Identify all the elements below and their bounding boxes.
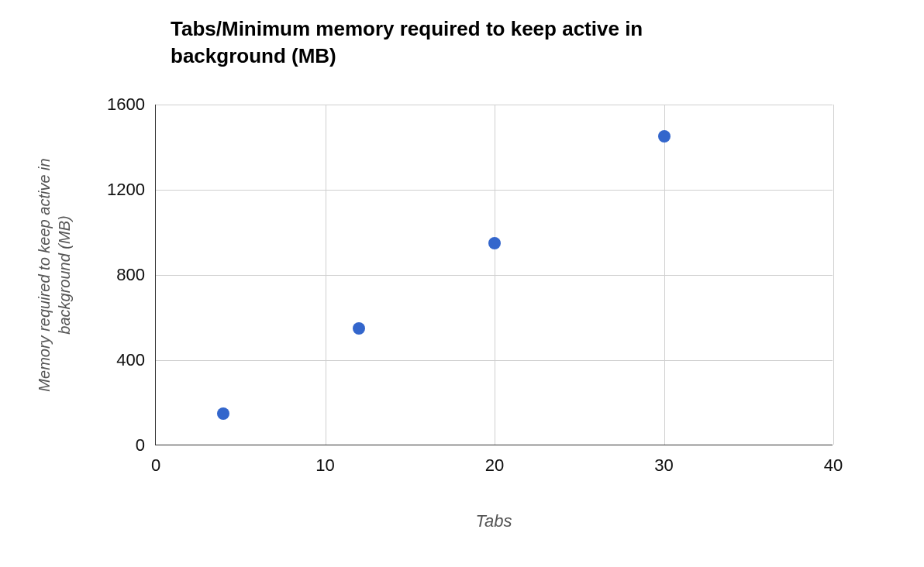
data-point	[353, 322, 365, 335]
x-axis-label: Tabs	[155, 511, 833, 531]
x-tick-label: 40	[824, 455, 843, 476]
x-tick-label: 20	[485, 455, 504, 476]
y-tick-label: 1200	[107, 180, 145, 200]
grid-line-horizontal	[156, 275, 833, 276]
grid-line-horizontal	[156, 105, 833, 105]
x-tick-label: 0	[151, 455, 160, 476]
plot-area: 010203040040080012001600	[155, 105, 833, 445]
grid-line-vertical	[833, 105, 834, 445]
data-point	[488, 237, 501, 249]
chart-container: Tabs/Minimum memory required to keep act…	[0, 0, 924, 567]
chart-title: Tabs/Minimum memory required to keep act…	[171, 15, 729, 70]
y-tick-label: 1600	[107, 94, 145, 115]
y-tick-label: 800	[116, 265, 145, 285]
x-tick-label: 30	[654, 455, 673, 476]
y-axis-label: Memory required to keep active inbackgro…	[34, 158, 74, 391]
y-tick-label: 400	[116, 350, 145, 370]
data-point	[658, 130, 671, 143]
x-tick-label: 10	[315, 455, 334, 476]
y-tick-label: 0	[136, 435, 145, 455]
data-point	[217, 407, 229, 420]
grid-line-horizontal	[156, 360, 833, 361]
grid-line-horizontal	[156, 190, 833, 191]
